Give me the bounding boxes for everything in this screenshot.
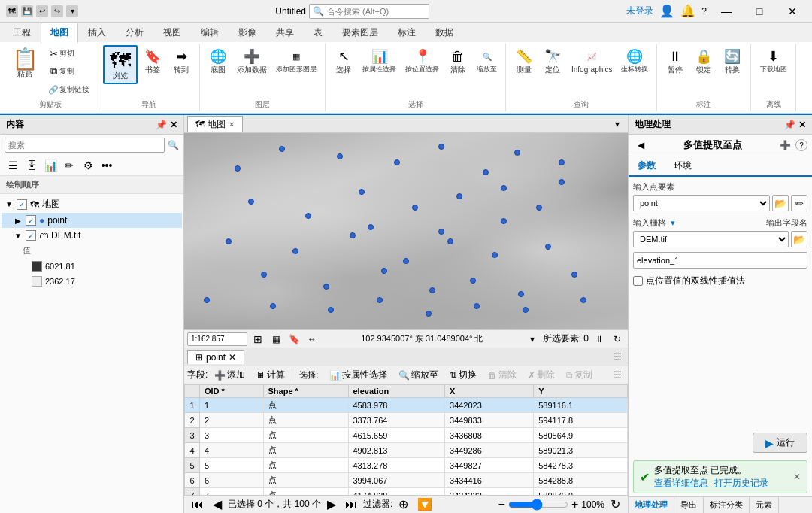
tab-project[interactable]: 工程	[3, 23, 41, 42]
tab-edit[interactable]: 编辑	[191, 23, 229, 42]
col-x[interactable]: X	[445, 385, 534, 398]
raster-folder-btn[interactable]: 📂	[791, 231, 807, 247]
prev-page-btn[interactable]: ◀	[210, 496, 225, 512]
first-page-btn[interactable]: ⏮	[189, 497, 207, 512]
select-by-loc-button[interactable]: 📍 按位置选择	[401, 45, 443, 76]
more-btn[interactable]: •••	[98, 157, 115, 174]
copy-button[interactable]: ⧉ 复制	[44, 63, 93, 80]
nav-status-icon[interactable]: ↔	[304, 332, 320, 346]
locate-button[interactable]: 🔭 定位	[539, 45, 566, 77]
db-view-btn[interactable]: 🗄	[23, 157, 40, 174]
download-map-button[interactable]: ⬇ 下载地图	[756, 45, 791, 76]
coord-transform-button[interactable]: 🌐 坐标转换	[617, 45, 652, 76]
map-tab-close[interactable]: ✕	[229, 120, 235, 129]
tree-item-map[interactable]: ▼ 🗺 地图	[2, 196, 182, 213]
undo-icon[interactable]: ↩	[36, 5, 48, 17]
bilinear-checkbox[interactable]	[633, 276, 643, 286]
goto-button[interactable]: ➡ 转到	[168, 45, 195, 77]
table-row[interactable]: 6 6 点 3994.067 3434416 584288.8	[185, 473, 628, 488]
pause-button[interactable]: ⏸ 暂停	[662, 45, 689, 77]
add-data-button[interactable]: ➕ 添加数据	[233, 45, 271, 77]
run-button[interactable]: ▶ 运行	[753, 433, 807, 453]
right-tab-env[interactable]: 环境	[665, 156, 701, 175]
attr-copy-btn[interactable]: ⧉复制	[562, 368, 597, 382]
attr-delete-btn[interactable]: ✗删除	[523, 368, 559, 382]
last-page-btn[interactable]: ⏭	[342, 497, 360, 512]
table-row[interactable]: 4 4 点 4902.813 3449286 589021.3	[185, 443, 628, 458]
edit-view-btn[interactable]: ✏	[61, 157, 77, 174]
browse-button[interactable]: 🗺 浏览	[103, 45, 138, 84]
bookmark-button[interactable]: 🔖 书签	[139, 45, 166, 77]
right-close-icon[interactable]: ✕	[798, 120, 806, 130]
raster-dropdown-arrow[interactable]: ▾	[671, 218, 675, 228]
table-row[interactable]: 5 5 点 4313.278 3449827 584278.3	[185, 458, 628, 473]
attr-add-btn[interactable]: ➕添加	[210, 368, 250, 382]
zoom-to-button[interactable]: 🔍 缩放至	[473, 45, 501, 76]
scale-icon1[interactable]: ⊞	[250, 332, 265, 346]
add-graphic-button[interactable]: ▦ 添加图形图层	[272, 45, 320, 76]
table-row[interactable]: 3 3 点 4615.659 3436808 580564.9	[185, 428, 628, 443]
copy-link-button[interactable]: 🔗 复制链接	[44, 81, 93, 98]
infographics-button[interactable]: 📈 Infographics	[568, 45, 616, 77]
footer-tab-export[interactable]: 导出	[674, 497, 704, 513]
list-view-btn[interactable]: ☰	[5, 157, 21, 174]
checkbox-dem[interactable]	[26, 230, 36, 241]
tree-item-point[interactable]: ▶ ● point	[2, 213, 182, 228]
help-tool-btn[interactable]: ?	[795, 139, 807, 151]
table-row[interactable]: 1 1 点 4583.978 3442023 589116.1	[185, 398, 628, 413]
global-search[interactable]: 🔍	[309, 4, 429, 19]
attr-calc-btn[interactable]: 🖩计算	[252, 368, 289, 382]
open-history-link[interactable]: 打开历史记录	[714, 477, 768, 490]
view-details-link[interactable]: 查看详细信息	[654, 477, 708, 490]
output-field-input[interactable]	[633, 252, 807, 269]
tab-data[interactable]: 数据	[426, 23, 463, 42]
paste-button[interactable]: 📋 粘贴	[8, 45, 42, 81]
cut-button[interactable]: ✂ 剪切	[44, 45, 93, 62]
refresh-icon[interactable]: ↻	[610, 332, 625, 346]
global-search-input[interactable]	[327, 7, 417, 16]
tab-labeling[interactable]: 标注	[388, 23, 426, 42]
pause-map-icon[interactable]: ⏸	[592, 332, 607, 346]
zoom-slider[interactable]	[508, 499, 568, 511]
tree-item-dem[interactable]: ▼ 🗃 DEM.tif	[2, 228, 182, 243]
settings-view-btn[interactable]: ⚙	[80, 157, 96, 174]
attr-tab-close[interactable]: ✕	[229, 352, 236, 363]
attribute-table[interactable]: OID * Shape * elevation X Y 1 1 点 4583.9…	[184, 384, 628, 495]
convert-button[interactable]: 🔄 转换	[719, 45, 746, 77]
table-row[interactable]: 7 7 点 4174.838 3434332 580879.9	[185, 488, 628, 496]
col-shape[interactable]: Shape *	[263, 385, 348, 398]
coord-toggle-icon[interactable]: ▾	[525, 332, 540, 346]
scale-input[interactable]	[187, 332, 247, 346]
back-nav-btn[interactable]: ◀	[633, 138, 648, 153]
panel-close-icon[interactable]: ✕	[170, 120, 177, 130]
right-tab-params[interactable]: 参数	[629, 156, 665, 177]
bookmark-status-icon[interactable]: 🔖	[286, 332, 301, 346]
checkbox-map[interactable]	[17, 199, 27, 210]
tab-share[interactable]: 共享	[266, 23, 304, 42]
save-icon[interactable]: 💾	[21, 5, 33, 17]
tab-feature-layer[interactable]: 要素图层	[332, 23, 388, 42]
minus-zoom[interactable]: −	[498, 498, 505, 511]
input-points-select[interactable]: point	[633, 195, 770, 211]
lock-button[interactable]: 🔒 锁定	[690, 45, 717, 77]
filter-btn1[interactable]: ⊕	[395, 496, 411, 512]
table-row[interactable]: 2 2 点 3373.764 3449833 594117.8	[185, 413, 628, 428]
tab-view[interactable]: 视图	[153, 23, 191, 42]
redo-icon[interactable]: ↪	[51, 5, 63, 17]
footer-tab-geoprocessing[interactable]: 地理处理	[629, 497, 674, 513]
select-button[interactable]: ↖ 选择	[330, 45, 357, 77]
help-icon[interactable]: ?	[701, 6, 707, 17]
scale-icon2[interactable]: ▦	[268, 332, 283, 346]
map-tab[interactable]: 🗺 地图 ✕	[187, 116, 243, 132]
measure-button[interactable]: 📏 测量	[511, 45, 538, 77]
add-tool-btn[interactable]: ➕	[777, 138, 792, 153]
success-close-icon[interactable]: ✕	[793, 472, 801, 482]
input-points-edit-btn[interactable]: ✏	[791, 195, 807, 211]
pin-icon[interactable]: 📌	[156, 120, 167, 130]
clear-button[interactable]: 🗑 清除	[444, 45, 471, 77]
minimize-button[interactable]: —	[713, 3, 740, 20]
input-points-folder-btn[interactable]: 📂	[772, 195, 789, 211]
attr-tab-point[interactable]: ⊞ point ✕	[187, 350, 244, 364]
right-pin-icon[interactable]: 📌	[784, 120, 795, 130]
checkbox-point[interactable]	[26, 215, 36, 226]
